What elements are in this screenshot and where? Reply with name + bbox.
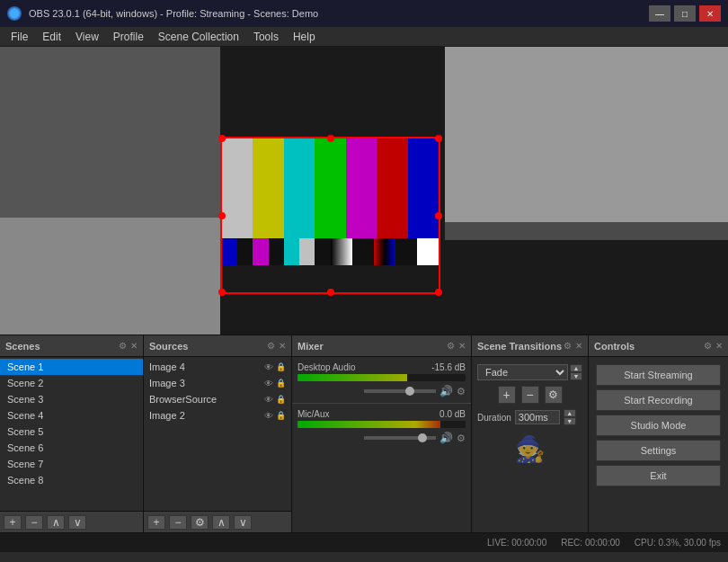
source-item-icons: 👁 🔒 (264, 411, 286, 421)
scene-item-6[interactable]: Scene 6 (0, 440, 143, 456)
source-item-2[interactable]: Image 3 👁 🔒 (144, 375, 291, 391)
source-lock-icon[interactable]: 🔒 (276, 379, 286, 388)
duration-down-button[interactable]: ▼ (564, 417, 576, 425)
scene-item-5[interactable]: Scene 5 (0, 424, 143, 440)
scene-item-3[interactable]: Scene 3 (0, 391, 143, 407)
mixer-divider (292, 403, 471, 404)
sources-panel: Sources ⚙ ✕ Image 4 👁 🔒 Image 3 👁 🔒 Brow… (144, 335, 292, 532)
scene-item-7[interactable]: Scene 7 (0, 456, 143, 472)
sources-config-icon[interactable]: ⚙ (267, 341, 275, 351)
preview-bg-topright (445, 47, 728, 222)
cbar-grey (222, 138, 253, 238)
scene-item-4[interactable]: Scene 4 (0, 407, 143, 424)
start-streaming-button[interactable]: Start Streaming (596, 364, 721, 386)
source-item-icons: 👁 🔒 (264, 362, 286, 372)
scenes-config-icon[interactable]: ⚙ (119, 341, 127, 351)
mixer-volume-desktop-slider[interactable] (364, 389, 436, 393)
mixer-track-desktop-db: -15.6 dB (431, 362, 466, 372)
scenes-add-button[interactable]: + (4, 515, 22, 530)
handle-bl[interactable] (218, 289, 226, 296)
status-bar: LIVE: 00:00:00 REC: 00:00:00 CPU: 0.3%, … (0, 532, 728, 552)
settings-button[interactable]: Settings (596, 440, 721, 461)
menu-profile[interactable]: Profile (106, 29, 151, 45)
transition-type-down[interactable]: ▼ (570, 372, 582, 380)
transitions-close-icon[interactable]: ✕ (575, 341, 582, 351)
mixer-config-icon[interactable]: ⚙ (447, 341, 455, 351)
mixer-controls-desktop: 🔊 ⚙ (297, 385, 466, 397)
handle-tm[interactable] (327, 135, 334, 142)
close-button[interactable]: ✕ (699, 5, 721, 22)
source-lock-icon[interactable]: 🔒 (276, 362, 286, 372)
transition-type-up[interactable]: ▲ (570, 364, 582, 372)
mixer-track-desktop-header: Desktop Audio -15.6 dB (297, 362, 466, 372)
mixer-mute-desktop-icon[interactable]: 🔊 (439, 385, 453, 397)
transition-settings-button[interactable]: ⚙ (545, 386, 563, 404)
scene-item-1[interactable]: Scene 1 (0, 359, 143, 375)
handle-mr[interactable] (435, 212, 442, 219)
cbar-red (377, 138, 407, 238)
transition-remove-button[interactable]: − (521, 386, 539, 404)
transition-select-row: Fade Cut Swipe ▲ ▼ (477, 364, 582, 380)
source-item-1[interactable]: Image 4 👁 🔒 (144, 359, 291, 375)
mixer-mute-mic-icon[interactable]: 🔊 (439, 432, 453, 444)
controls-config-icon[interactable]: ⚙ (704, 341, 712, 351)
scene-item-2[interactable]: Scene 2 (0, 375, 143, 391)
transition-add-button[interactable]: + (498, 386, 516, 404)
cbar-magenta (346, 138, 377, 238)
scenes-panel-header-icons: ⚙ ✕ (119, 341, 138, 351)
handle-tr[interactable] (435, 135, 442, 142)
exit-button[interactable]: Exit (596, 465, 721, 486)
scenes-up-button[interactable]: ∧ (47, 515, 65, 530)
menu-edit[interactable]: Edit (35, 29, 68, 45)
sources-up-button[interactable]: ∧ (212, 515, 230, 530)
source-eye-icon[interactable]: 👁 (264, 379, 273, 388)
scenes-remove-button[interactable]: − (25, 515, 43, 530)
source-eye-icon[interactable]: 👁 (264, 362, 273, 372)
sources-remove-button[interactable]: − (169, 515, 187, 530)
mixer-panel-title: Mixer (297, 341, 324, 352)
minimize-button[interactable]: — (649, 5, 670, 22)
window-controls: — □ ✕ (649, 5, 721, 22)
start-recording-button[interactable]: Start Recording (596, 389, 721, 411)
source-lock-icon[interactable]: 🔒 (276, 395, 286, 405)
mixer-volume-mic-slider[interactable] (364, 436, 436, 440)
handle-br[interactable] (435, 289, 442, 296)
duration-input[interactable] (515, 410, 560, 424)
sources-close-icon[interactable]: ✕ (279, 341, 286, 351)
menu-help[interactable]: Help (286, 29, 323, 45)
mixer-settings-desktop-icon[interactable]: ⚙ (457, 386, 466, 397)
menu-tools[interactable]: Tools (246, 29, 286, 45)
maximize-button[interactable]: □ (674, 5, 696, 22)
source-eye-icon[interactable]: 👁 (264, 395, 273, 405)
mixer-track-desktop: Desktop Audio -15.6 dB 🔊 ⚙ (292, 359, 471, 401)
source-eye-icon[interactable]: 👁 (264, 411, 273, 421)
source-item-3[interactable]: BrowserSource 👁 🔒 (144, 391, 291, 407)
mixer-close-icon[interactable]: ✕ (458, 341, 466, 351)
source-item-label: Image 3 (149, 378, 185, 388)
duration-up-button[interactable]: ▲ (564, 409, 576, 417)
studio-mode-button[interactable]: Studio Mode (596, 415, 721, 436)
transitions-config-icon[interactable]: ⚙ (564, 341, 572, 351)
sources-panel-footer: + − ⚙ ∧ ∨ (144, 511, 291, 532)
scene-item-8[interactable]: Scene 8 (0, 472, 143, 488)
scenes-close-icon[interactable]: ✕ (130, 341, 138, 351)
transition-type-select[interactable]: Fade Cut Swipe (477, 364, 568, 380)
duration-label: Duration (477, 413, 511, 423)
menu-scene-collection[interactable]: Scene Collection (151, 29, 246, 45)
source-lock-icon[interactable]: 🔒 (276, 411, 286, 421)
handle-ml[interactable] (218, 212, 226, 219)
sources-add-button[interactable]: + (147, 515, 165, 530)
sources-down-button[interactable]: ∨ (234, 515, 252, 530)
menu-view[interactable]: View (68, 29, 106, 45)
sources-settings-button[interactable]: ⚙ (191, 515, 209, 530)
duration-spinner: ▲ ▼ (564, 409, 576, 425)
source-item-4[interactable]: Image 2 👁 🔒 (144, 407, 291, 424)
mixer-settings-mic-icon[interactable]: ⚙ (457, 433, 466, 444)
handle-tl[interactable] (218, 135, 226, 142)
menu-file[interactable]: File (4, 29, 35, 45)
handle-bm[interactable] (327, 289, 334, 296)
controls-close-icon[interactable]: ✕ (715, 341, 723, 351)
cbar-blue (408, 138, 439, 238)
scenes-down-button[interactable]: ∨ (68, 515, 86, 530)
scenes-list: Scene 1Scene 2Scene 3Scene 4Scene 5Scene… (0, 357, 143, 511)
